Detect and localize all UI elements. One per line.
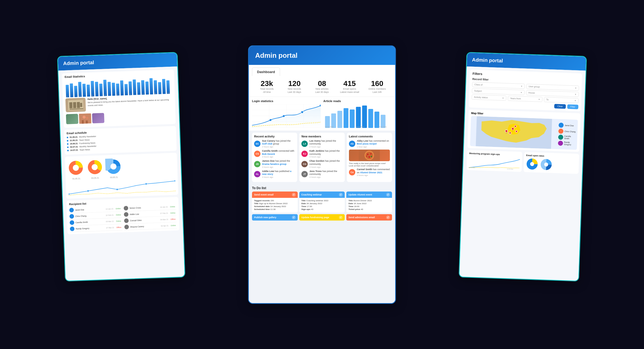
svg-point-92 bbox=[515, 130, 517, 132]
svg-rect-16 bbox=[133, 79, 136, 95]
svg-text:75: 75 bbox=[142, 93, 144, 94]
map-section: Map filter bbox=[468, 109, 581, 152]
mentoring-box: Mentoring program sign-ups 12.01.2021 14… bbox=[467, 150, 522, 172]
svg-text:14.01.2021: 14.01.2021 bbox=[378, 126, 387, 127]
recent-activity-title: Recent activity bbox=[254, 135, 295, 138]
schedule-date: 01.05.21 bbox=[70, 136, 78, 138]
todo-row: Time 17:30 bbox=[301, 205, 343, 208]
fundraising-label: Update fundraising page bbox=[301, 216, 329, 219]
svg-text:45: 45 bbox=[104, 94, 106, 96]
subject-select[interactable]: Subject ▼ bbox=[472, 88, 525, 95]
map-avatar-circle-1 bbox=[558, 122, 564, 128]
svg-rect-40 bbox=[79, 113, 91, 124]
comment-text-2: Carmel Smith has commented on Alumni Din… bbox=[357, 168, 390, 176]
svg-rect-2 bbox=[74, 86, 78, 97]
stat-label-3: New articlesLast 30 days bbox=[308, 88, 336, 94]
filter-button[interactable]: Filter bbox=[567, 104, 578, 109]
avatar-james: JD bbox=[254, 161, 260, 167]
login-stats-chart: Login statistics bbox=[252, 99, 321, 128]
check-icon-6: ✓ bbox=[386, 216, 390, 219]
comment-item-2: Ca Carmel Smith has commented on Alumni … bbox=[349, 168, 390, 176]
article-chart-title: Article reads bbox=[323, 99, 392, 103]
todo-row: Time 18:00 bbox=[348, 205, 390, 208]
svg-point-83 bbox=[366, 152, 373, 159]
todo-row: Tagged records 150 bbox=[254, 199, 296, 202]
svg-point-85 bbox=[370, 153, 372, 155]
class-of-select[interactable]: Class of ▼ bbox=[472, 82, 525, 89]
svg-rect-21 bbox=[154, 80, 157, 94]
recipient-status: Online bbox=[169, 205, 176, 208]
clear-button[interactable]: Clear bbox=[554, 104, 566, 109]
recipient-date: 03 Mar 21 bbox=[106, 220, 114, 222]
svg-rect-37 bbox=[77, 102, 80, 108]
map-avatar-2: Chris Chang bbox=[558, 128, 577, 134]
svg-rect-19 bbox=[145, 82, 149, 95]
todo-bottom-admissions[interactable]: Send admissions email ✓ bbox=[346, 214, 392, 221]
svg-point-87 bbox=[366, 156, 367, 157]
stats-row: 23k Total recordsAll time 120 New record… bbox=[249, 76, 395, 97]
svg-rect-69 bbox=[331, 113, 336, 128]
svg-rect-73 bbox=[356, 107, 361, 128]
activity-status-select[interactable]: Activity status ▼ bbox=[472, 94, 506, 101]
todo-card-3-title: Update Alumni event bbox=[348, 193, 372, 196]
svg-rect-5 bbox=[87, 84, 90, 97]
house-select[interactable]: House ▼ bbox=[526, 90, 579, 97]
recipient-avatar bbox=[124, 224, 129, 229]
todo-card-2: Coaching webinar ✓ Title Coaching webina… bbox=[299, 192, 345, 213]
pie-email-2 bbox=[540, 158, 553, 171]
recipient-date: 04 Mar 21 bbox=[160, 218, 168, 220]
svg-rect-1 bbox=[70, 83, 73, 97]
svg-rect-14 bbox=[124, 84, 128, 95]
svg-rect-75 bbox=[368, 109, 373, 128]
user-group-select[interactable]: User group ▼ bbox=[526, 84, 579, 90]
to-select[interactable]: To ▼ bbox=[544, 97, 579, 103]
recipient-name: Conrad Giles bbox=[130, 218, 159, 222]
todo-bottom-publish[interactable]: Publish new gallery ✓ bbox=[252, 214, 298, 221]
todo-card-2-header: Coaching webinar ✓ bbox=[299, 192, 345, 198]
center-header: Admin portal bbox=[249, 46, 395, 65]
recipient-name: Shauna Canery bbox=[130, 224, 160, 228]
activity-text-2: Camilla Smith connected with Bob Desick … bbox=[262, 150, 295, 158]
new-members-col: New members LA Lee Avery has joined the … bbox=[299, 133, 344, 182]
todo-card-1: Send event email ✓ Tagged records 150 Ti… bbox=[252, 192, 298, 213]
schedule-date: 02.07.21 bbox=[70, 146, 78, 148]
todo-bottom-fundraising[interactable]: Update fundraising page ✓ bbox=[299, 214, 345, 221]
todo-section: To Do list Send event email ✓ Tagged rec… bbox=[249, 184, 395, 223]
article-reads-chart: Article reads bbox=[323, 99, 392, 128]
svg-text:25: 25 bbox=[79, 95, 81, 97]
check-icon-2: ✓ bbox=[339, 193, 343, 197]
map-avatar-name-1: Janet Doe bbox=[564, 124, 574, 127]
recipient-name: Janet Doe bbox=[75, 208, 104, 211]
activity-status-label: Activity status bbox=[474, 96, 488, 99]
line-chart bbox=[68, 178, 175, 197]
recipient-date: 16 Jan 21 bbox=[160, 206, 168, 208]
svg-rect-15 bbox=[129, 81, 132, 95]
pie-email-1 bbox=[526, 157, 539, 170]
publish-gallery-label: Publish new gallery bbox=[254, 216, 276, 219]
activity-item-4: AL Addie Low has published a new story 4… bbox=[254, 170, 295, 178]
recipient-columns: Janet Doe14 Jan 21OnlineChris Chang12 Fe… bbox=[69, 203, 177, 232]
house-label: House bbox=[528, 91, 535, 94]
map-avatar-circle-3 bbox=[558, 135, 563, 140]
recipient-name: Chris Chang bbox=[75, 214, 105, 217]
recipient-status: Offline bbox=[115, 226, 122, 228]
chevron-down-icon-3: ▼ bbox=[520, 91, 522, 94]
avatar-sue: SC bbox=[254, 141, 260, 147]
mentoring-title: Mentoring program sign-ups bbox=[469, 152, 520, 156]
recipient-date: 27 Mar 21 bbox=[106, 226, 114, 228]
recipient-avatar bbox=[70, 220, 74, 225]
email-bar-chart: 15 25 35 45 55 65 75 85 105 bbox=[65, 76, 172, 97]
charts-row: Login statistics bbox=[249, 97, 395, 131]
schedule-label: Team News bbox=[79, 138, 90, 141]
svg-text:15: 15 bbox=[66, 95, 68, 97]
svg-text:105: 105 bbox=[167, 92, 170, 94]
article-chart-area: 12.01.2021 13.01.2021 14.01.2021 bbox=[323, 104, 392, 128]
tab-dashboard[interactable]: Dashboard bbox=[252, 68, 280, 76]
years-from-select[interactable]: Years from ▼ bbox=[508, 95, 543, 102]
stat-number-5: 160 bbox=[363, 80, 391, 88]
recipient-list-section: Recipient list Janet Doe14 Jan 21OnlineC… bbox=[67, 197, 180, 234]
recipient-status: Online bbox=[115, 219, 122, 222]
svg-point-51 bbox=[68, 193, 69, 195]
svg-point-94 bbox=[514, 125, 516, 127]
schedule-label: Fundraising News bbox=[79, 142, 95, 145]
